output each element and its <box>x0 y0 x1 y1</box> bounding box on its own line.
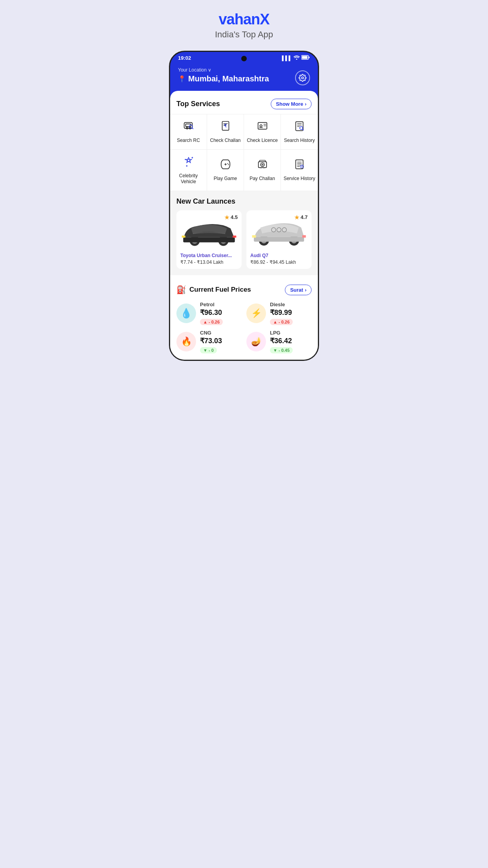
location-pin-icon: 📍 <box>178 75 186 83</box>
settings-button[interactable] <box>295 70 310 85</box>
fuel-pump-icon: ⛽ <box>176 285 186 294</box>
search-history-icon <box>293 120 306 134</box>
check-challan-icon: ₹ <box>219 120 232 134</box>
location-name[interactable]: 📍 Mumbai, Maharashtra <box>178 74 269 83</box>
petrol-name: Petrol <box>200 302 242 307</box>
fuel-item-petrol: 💧 Petrol ₹96.30 ▲ - 0.26 <box>176 302 242 325</box>
check-challan-label: Check Challan <box>210 138 240 144</box>
location-row: Your Location ∨ 📍 Mumbai, Maharashtra <box>178 67 310 85</box>
status-icons: ▌▌▌ <box>282 55 310 61</box>
petrol-icon: 💧 <box>180 308 192 319</box>
svg-point-0 <box>296 59 297 60</box>
service-item-check-challan[interactable]: ₹ Check Challan <box>207 114 244 150</box>
chevron-right-icon: › <box>305 101 306 107</box>
diesel-details: Diesle ₹89.99 ▲ - 0.26 <box>270 302 312 325</box>
play-game-label: Play Game <box>214 176 237 182</box>
petrol-details: Petrol ₹96.30 ▲ - 0.26 <box>200 302 242 325</box>
service-item-check-licence[interactable]: Check Licence <box>244 114 281 150</box>
pay-challan-label: Pay Challan <box>250 176 275 182</box>
search-rc-label: Search RC <box>177 138 200 144</box>
new-car-launches-title: New Car Launces <box>176 197 312 206</box>
fuel-item-diesel: ⚡ Diesle ₹89.99 ▲ - 0.26 <box>246 302 312 325</box>
play-game-icon <box>219 158 232 173</box>
top-services-title: Top Services <box>176 100 220 108</box>
toyota-price: ₹7.74 - ₹13.04 Lakh <box>180 259 238 265</box>
toyota-rating: ★ 4.5 <box>224 214 238 221</box>
fuel-header: ⛽ Current Fuel Prices Surat › <box>176 285 312 295</box>
celebrity-vehicle-label: Celebrity Vehicle <box>172 173 204 185</box>
phone-frame: 19:02 ▌▌▌ You <box>169 51 319 361</box>
petrol-change: ▲ - 0.26 <box>200 319 223 325</box>
battery-icon <box>301 55 310 61</box>
svg-point-4 <box>302 77 304 79</box>
app-title-blue: X <box>260 11 269 28</box>
svg-text:✦: ✦ <box>191 156 193 160</box>
card-content: Top Services Show More › <box>170 91 318 360</box>
diesel-icon: ⚡ <box>251 308 262 318</box>
service-history-icon <box>293 158 306 173</box>
chevron-right-icon: › <box>305 287 306 293</box>
service-item-search-rc[interactable]: Search RC <box>170 114 207 150</box>
fuel-title: ⛽ Current Fuel Prices <box>176 285 251 294</box>
lpg-icon-circle: 🪔 <box>246 332 266 351</box>
chevron-down-icon: ∨ <box>208 67 211 73</box>
svg-rect-2 <box>302 56 308 59</box>
lpg-name: LPG <box>270 330 312 336</box>
check-licence-icon <box>256 120 269 134</box>
svg-point-33 <box>228 164 229 165</box>
status-time: 19:02 <box>178 55 191 61</box>
service-item-search-history[interactable]: Search History <box>281 114 318 150</box>
lpg-icon: 🪔 <box>251 337 262 347</box>
city-selector-button[interactable]: Surat › <box>285 285 312 295</box>
svg-rect-57 <box>302 235 306 237</box>
svg-line-10 <box>192 128 193 129</box>
diesel-name: Diesle <box>270 302 312 307</box>
cng-icon-circle: 🔥 <box>176 332 196 351</box>
svg-text:✦: ✦ <box>184 158 186 161</box>
fuel-grid: 💧 Petrol ₹96.30 ▲ - 0.26 ⚡ Diesle <box>176 302 312 353</box>
svg-rect-3 <box>309 57 310 58</box>
svg-text:₹: ₹ <box>224 123 227 128</box>
car-card-audi[interactable]: ★ 4.7 <box>246 210 312 269</box>
star-icon: ★ <box>224 214 229 221</box>
lpg-price: ₹36.42 <box>270 337 312 345</box>
search-rc-icon <box>182 120 195 134</box>
svg-rect-55 <box>254 237 304 242</box>
svg-point-16 <box>260 125 262 127</box>
app-title: vahanX <box>171 11 317 28</box>
service-item-service-history[interactable]: Service History <box>281 150 318 191</box>
check-licence-label: Check Licence <box>247 138 278 144</box>
petrol-icon-circle: 💧 <box>176 303 196 323</box>
service-item-pay-challan[interactable]: Pay Challan <box>244 150 281 191</box>
car-card-toyota[interactable]: ★ 4.5 <box>176 210 242 269</box>
svg-rect-56 <box>252 235 256 237</box>
service-history-label: Service History <box>284 176 316 182</box>
svg-rect-49 <box>182 235 185 237</box>
lpg-details: LPG ₹36.42 ▼ - 0.45 <box>270 330 312 353</box>
celebrity-vehicle-icon: ✦ ✦ ✦ <box>182 155 195 170</box>
lpg-change: ▼ - 0.45 <box>270 347 293 353</box>
section-header: Top Services Show More › <box>170 97 318 114</box>
svg-rect-50 <box>233 235 236 237</box>
fuel-item-cng: 🔥 CNG ₹73.03 ▼ - 0 <box>176 330 242 353</box>
svg-text:✦: ✦ <box>185 164 188 168</box>
toyota-name: Toyota Urban Cruiser... <box>180 253 238 258</box>
svg-rect-36 <box>296 160 303 169</box>
diesel-change: ▲ - 0.26 <box>270 319 293 325</box>
star-icon: ★ <box>294 214 299 221</box>
service-item-play-game[interactable]: Play Game <box>207 150 244 191</box>
audi-rating: ★ 4.7 <box>294 214 308 221</box>
cng-price: ₹73.03 <box>200 337 242 345</box>
show-more-button[interactable]: Show More › <box>271 99 312 109</box>
camera-notch <box>241 56 247 61</box>
cng-details: CNG ₹73.03 ▼ - 0 <box>200 330 242 353</box>
top-services-section: Top Services Show More › <box>170 97 318 191</box>
app-title-black: vahan <box>218 11 260 28</box>
pay-challan-icon <box>256 158 269 173</box>
service-item-celebrity-vehicle[interactable]: ✦ ✦ ✦ Celebrity Vehicle <box>170 150 207 191</box>
cng-icon: 🔥 <box>181 337 192 347</box>
svg-point-6 <box>186 127 188 129</box>
fuel-item-lpg: 🪔 LPG ₹36.42 ▼ - 0.45 <box>246 330 312 353</box>
new-car-launches-section: New Car Launces ★ 4.5 <box>170 191 318 275</box>
petrol-price: ₹96.30 <box>200 308 242 317</box>
